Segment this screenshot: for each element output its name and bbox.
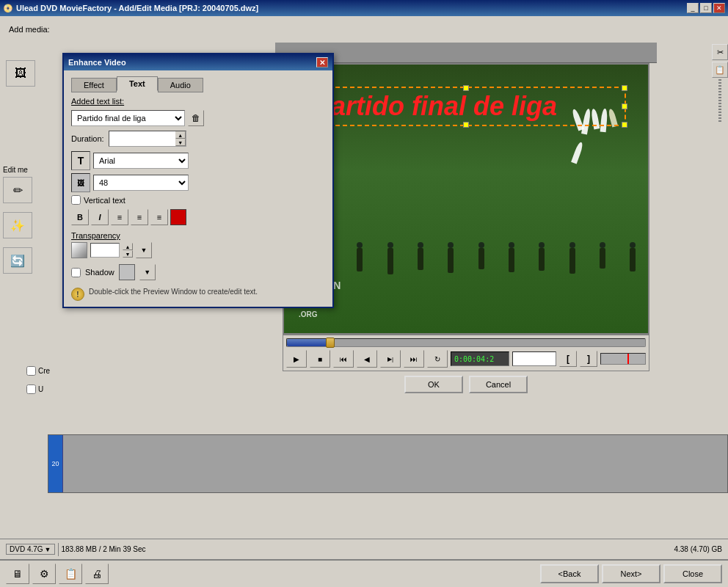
- frame-back-button[interactable]: ◀: [357, 350, 377, 368]
- dvd-badge[interactable]: DVD 4.7G ▼: [6, 544, 55, 555]
- disk-info: 183.88 MB / 2 Min 39 Sec: [62, 545, 146, 553]
- duration-input[interactable]: 0:00:03:00: [109, 131, 175, 146]
- dialog-tabs: Effect Text Audio: [71, 76, 325, 91]
- paste-button[interactable]: 📋: [712, 62, 728, 78]
- back-button[interactable]: <Back: [540, 564, 599, 583]
- bracket-open-button[interactable]: [: [559, 351, 577, 367]
- transport-row: ▶ ■ ⏮ ◀ ▶| ⏭ ↻ 0:00:04:2 [ ]: [286, 350, 646, 368]
- progress-thumb[interactable]: [326, 338, 335, 348]
- shadow-dropdown-button[interactable]: ▼: [139, 264, 156, 280]
- u-label: U: [38, 385, 43, 393]
- dialog-title-bar: Enhance Video ✕: [64, 54, 332, 70]
- next-button[interactable]: ⏭: [404, 350, 424, 368]
- transition-icon[interactable]: 🔄: [3, 247, 32, 274]
- add-media-label: Add media:: [9, 25, 50, 34]
- cancel-button[interactable]: Cancel: [469, 376, 528, 393]
- font-icon: T: [71, 151, 90, 170]
- duration-up-button[interactable]: ▲: [175, 131, 186, 139]
- tab-effect[interactable]: Effect: [71, 78, 117, 92]
- duration-down-button[interactable]: ▼: [175, 139, 186, 146]
- shadow-checkbox[interactable]: [71, 268, 81, 277]
- shadow-row: Shadow ▼: [71, 264, 325, 280]
- enhance-video-dialog: Enhance Video ✕ Effect Text Audio Added …: [62, 53, 334, 308]
- font-name-dropdown[interactable]: Arial: [93, 153, 189, 169]
- app-icon: 📀: [3, 4, 13, 13]
- timeline-track[interactable]: [600, 353, 646, 365]
- title-bar: 📀 Ulead DVD MovieFactory - Add/Edit Medi…: [0, 0, 728, 16]
- bottom-status-bar: DVD 4.7G ▼ 183.88 MB / 2 Min 39 Sec 4.38…: [0, 539, 728, 559]
- transparency-spinners: ▲ ▼: [123, 243, 133, 258]
- transparency-up-button[interactable]: ▲: [123, 243, 133, 250]
- nav-icon-2[interactable]: ⚙: [32, 564, 56, 584]
- stop-button[interactable]: ■: [310, 350, 330, 368]
- edit-media-section: Edit me ✏: [3, 166, 38, 203]
- nav-icon-4[interactable]: 🖨: [85, 564, 109, 584]
- vertical-text-label: Vertical text: [84, 196, 125, 205]
- align-right-button[interactable]: ≡: [150, 209, 168, 225]
- transparency-down-button[interactable]: ▼: [123, 250, 133, 258]
- nav-icon-1[interactable]: 🖥: [6, 564, 29, 584]
- close-nav-button[interactable]: Close: [663, 564, 722, 583]
- transparency-dropdown-button[interactable]: ▼: [136, 242, 152, 258]
- vertical-text-row: Vertical text: [71, 195, 325, 205]
- font-size-icon: 🖼: [71, 173, 90, 192]
- bracket-close-button[interactable]: ]: [580, 351, 597, 367]
- video-overlay-text[interactable]: Partido final de liga: [306, 87, 626, 126]
- transparency-controls: 0 ▲ ▼ ▼: [71, 242, 325, 258]
- nav-bar: 🖥 ⚙ 📋 🖨 <Back Next> Close: [0, 559, 728, 587]
- timeline-content[interactable]: [63, 435, 727, 492]
- u-checkbox[interactable]: [26, 384, 36, 394]
- dialog-close-button[interactable]: ✕: [316, 57, 328, 68]
- duration-row: Duration: 0:00:03:00 ▲ ▼: [71, 131, 325, 147]
- font-row: T Arial: [71, 151, 325, 170]
- text-dropdown-row: Partido final de liga 🗑: [71, 110, 325, 126]
- handle-tc[interactable]: [463, 85, 469, 91]
- band-figures: [284, 248, 648, 274]
- transition-section: 🔄: [3, 247, 38, 274]
- progress-track[interactable]: [286, 338, 646, 347]
- title-bar-controls: _ □ ✕: [687, 3, 725, 13]
- play-button[interactable]: ▶: [286, 350, 307, 368]
- timeline-marker: [627, 354, 629, 364]
- edit-media-icon[interactable]: ✏: [3, 177, 32, 203]
- ok-button[interactable]: OK: [404, 376, 463, 393]
- text-dropdown[interactable]: Partido final de liga: [71, 110, 185, 126]
- nav-icon-3[interactable]: 📋: [59, 564, 82, 584]
- tab-text[interactable]: Text: [117, 76, 158, 91]
- progress-bar-row: [286, 338, 646, 347]
- next-button-nav[interactable]: Next>: [602, 564, 660, 583]
- transparency-icon: [71, 242, 87, 258]
- transparency-input[interactable]: 0: [90, 243, 120, 258]
- close-button[interactable]: ✕: [713, 3, 725, 13]
- text-color-swatch[interactable]: [170, 209, 186, 225]
- create-checkbox[interactable]: [26, 366, 36, 376]
- add-media-icon[interactable]: 🖼: [6, 60, 35, 87]
- timeline-strip: 20: [48, 434, 728, 493]
- align-center-button[interactable]: ≡: [131, 209, 148, 225]
- delete-text-button[interactable]: 🗑: [188, 110, 204, 126]
- font-size-dropdown[interactable]: 48: [93, 175, 189, 191]
- tab-audio[interactable]: Audio: [158, 78, 203, 92]
- shadow-label: Shadow: [85, 268, 114, 277]
- controls-bar: ▶ ■ ⏮ ◀ ▶| ⏭ ↻ 0:00:04:2 [ ]: [283, 335, 649, 371]
- timeline-label: 20: [48, 435, 63, 492]
- shadow-color-swatch[interactable]: [119, 264, 135, 280]
- font-size-row: 🖼 48: [71, 173, 325, 192]
- add-media-row: Add media:: [3, 19, 725, 40]
- minimize-button[interactable]: _: [687, 3, 699, 13]
- maximize-button[interactable]: □: [700, 3, 712, 13]
- dvd-dropdown-arrow[interactable]: ▼: [45, 546, 51, 553]
- vertical-text-checkbox[interactable]: [71, 195, 81, 205]
- frame-fwd-button[interactable]: ▶|: [380, 350, 401, 368]
- effect-icon[interactable]: ✨: [3, 212, 32, 238]
- time-spinner[interactable]: [512, 351, 556, 366]
- prev-button[interactable]: ⏮: [333, 350, 354, 368]
- video-frame[interactable]: HEAVEN 666 .ORG Partido final de liga: [283, 63, 649, 335]
- italic-button[interactable]: I: [91, 209, 109, 225]
- align-left-button[interactable]: ≡: [111, 209, 128, 225]
- scissors-button[interactable]: ✂: [712, 44, 728, 60]
- effect-section: ✨: [3, 212, 38, 238]
- bold-button[interactable]: B: [71, 209, 89, 225]
- repeat-button[interactable]: ↻: [427, 350, 448, 368]
- title-bar-text: 📀 Ulead DVD MovieFactory - Add/Edit Medi…: [3, 4, 258, 13]
